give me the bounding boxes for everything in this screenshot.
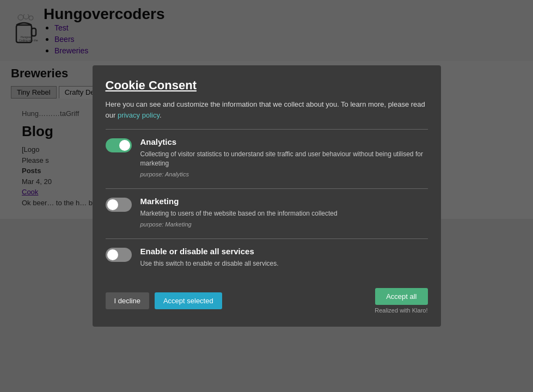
privacy-policy-link[interactable]: privacy policy [118,111,160,119]
footer-left-buttons: I decline Accept selected [106,292,222,309]
footer-right-area: Accept all Realized with Klaro! [375,288,427,314]
marketing-section: Marketing Marketing to users of the webs… [106,188,428,238]
analytics-text: Analytics Collecting of visitor statisti… [140,137,428,181]
all-services-toggle[interactable] [106,248,132,262]
accept-selected-button[interactable]: Accept selected [155,292,222,309]
all-services-label: Enable or disable all services [140,247,279,256]
decline-button[interactable]: I decline [106,292,149,309]
analytics-purpose: purpose: Analytics [140,170,428,179]
marketing-toggle-container[interactable] [106,198,132,212]
marketing-text: Marketing Marketing to users of the webs… [140,197,338,231]
marketing-label: Marketing [140,197,338,206]
all-services-description: Use this switch to enable or disable all… [140,259,279,268]
all-services-section: Enable or disable all services Use this … [106,238,428,278]
marketing-toggle-slider [106,198,132,212]
analytics-toggle[interactable] [106,138,132,152]
analytics-label: Analytics [140,137,428,146]
marketing-description: Marketing to users of the website based … [140,209,338,218]
klaro-credit: Realized with Klaro! [375,307,427,314]
all-services-toggle-slider [106,248,132,262]
marketing-purpose: purpose: Marketing [140,220,338,229]
modal-overlay: Cookie Consent Here you can see and cust… [0,0,533,392]
accept-all-button[interactable]: Accept all [375,288,427,305]
analytics-description: Collecting of visitor statistics to unde… [140,150,428,168]
modal-title: Cookie Consent [106,78,428,93]
analytics-toggle-container[interactable] [106,138,132,152]
analytics-section: Analytics Collecting of visitor statisti… [106,129,428,188]
cookie-modal: Cookie Consent Here you can see and cust… [93,65,441,327]
all-services-toggle-container[interactable] [106,248,132,262]
analytics-toggle-slider [106,138,132,152]
all-services-text: Enable or disable all services Use this … [140,247,279,271]
modal-intro: Here you can see and customize the infor… [106,99,428,120]
modal-footer: I decline Accept selected Accept all Rea… [106,288,428,314]
marketing-toggle[interactable] [106,198,132,212]
